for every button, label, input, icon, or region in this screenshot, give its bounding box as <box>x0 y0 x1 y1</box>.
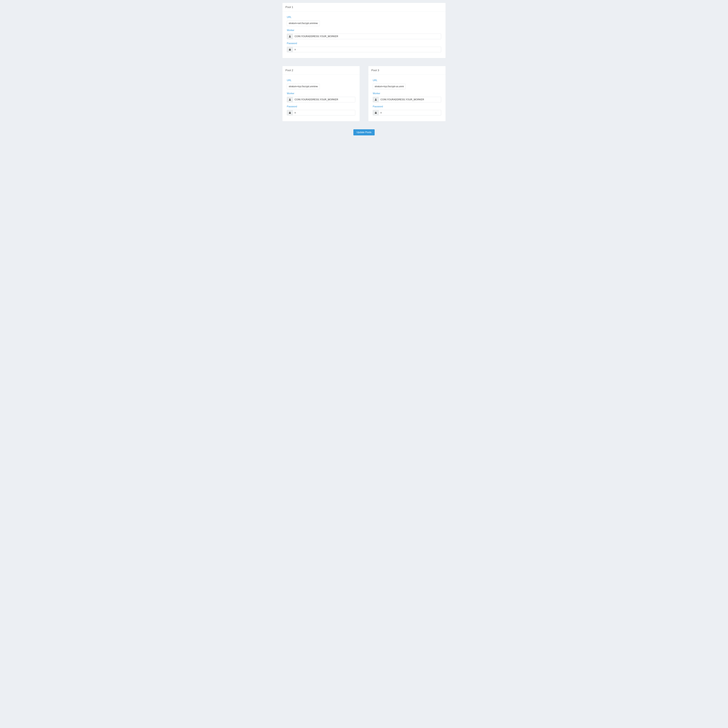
pool-3-card: Pool 3 URL Worker <box>369 66 445 121</box>
pools-row: Pool 2 URL Worker <box>283 66 445 121</box>
pool-3-url-label: URL <box>373 79 441 82</box>
pool-1-worker-input[interactable] <box>293 34 441 39</box>
pool-3-password-label: Password <box>373 105 441 108</box>
pool-3-password-group: Password <box>373 105 441 115</box>
pool-1-password-group: Password <box>287 42 441 52</box>
pool-2-header: Pool 2 <box>283 66 359 75</box>
pool-2-url-label: URL <box>287 79 355 82</box>
pool-3-url-group: URL <box>373 79 441 89</box>
pool-2-worker-group: Worker <box>287 92 355 102</box>
pool-3-worker-label: Worker <box>373 92 441 95</box>
user-icon <box>373 97 379 102</box>
pool-3-header: Pool 3 <box>369 66 445 75</box>
pool-2-password-group: Password <box>287 105 355 115</box>
pool-1-url-label: URL <box>287 16 441 18</box>
pool-3-password-input[interactable] <box>379 110 441 115</box>
pool-1-url-input[interactable] <box>287 20 320 26</box>
pool-3-title: Pool 3 <box>371 69 443 72</box>
update-pools-button[interactable]: Update Pools <box>353 129 375 135</box>
lock-icon <box>287 47 293 52</box>
pool-1-worker-group: Worker <box>287 29 441 39</box>
pool-2-url-group: URL <box>287 79 355 89</box>
pool-1-password-label: Password <box>287 42 441 45</box>
pool-2-password-input[interactable] <box>293 110 355 115</box>
pool-2-url-input[interactable] <box>287 84 320 89</box>
pool-3-url-input[interactable] <box>373 84 406 89</box>
pool-2-password-label: Password <box>287 105 355 108</box>
pool-3-col: Pool 3 URL Worker <box>369 66 445 121</box>
pool-3-worker-group: Worker <box>373 92 441 102</box>
pool-1-title: Pool 1 <box>285 6 443 9</box>
pool-2-worker-input[interactable] <box>293 97 355 102</box>
pool-1-body: URL Worker Password <box>283 12 445 58</box>
lock-icon <box>373 110 379 115</box>
user-icon <box>287 34 293 39</box>
pool-2-card: Pool 2 URL Worker <box>283 66 359 121</box>
pool-2-title: Pool 2 <box>285 69 357 72</box>
pool-1-card: Pool 1 URL Worker Password <box>283 3 445 58</box>
update-button-wrap: Update Pools <box>283 129 445 138</box>
pool-3-body: URL Worker Password <box>369 75 445 121</box>
pool-1-worker-label: Worker <box>287 29 441 32</box>
pool-1-url-group: URL <box>287 16 441 26</box>
pool-3-worker-input[interactable] <box>379 97 441 102</box>
user-icon <box>287 97 293 102</box>
pool-2-body: URL Worker Password <box>283 75 359 121</box>
lock-icon <box>287 110 293 115</box>
pools-config-container: Pool 1 URL Worker Password <box>283 3 445 138</box>
pool-2-worker-label: Worker <box>287 92 355 95</box>
pool-1-password-input[interactable] <box>293 47 441 52</box>
pool-2-col: Pool 2 URL Worker <box>283 66 359 121</box>
pool-1-header: Pool 1 <box>283 3 445 12</box>
